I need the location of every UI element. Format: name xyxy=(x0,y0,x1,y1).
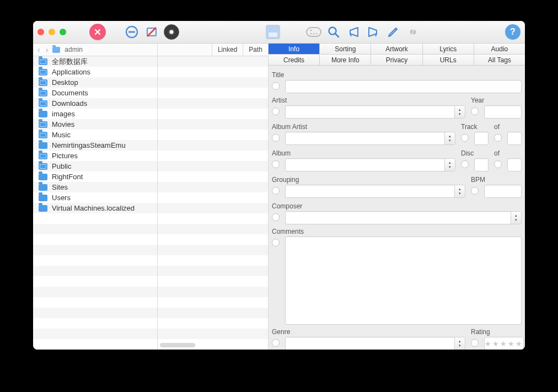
title-input[interactable] xyxy=(285,80,522,93)
tab-all-tags[interactable]: All Tags xyxy=(474,55,525,65)
list-item[interactable]: Virtual Machines.localized xyxy=(33,203,157,213)
status-dot[interactable] xyxy=(471,108,479,115)
list-item[interactable]: Music xyxy=(33,130,157,140)
nav-forward-button[interactable]: › xyxy=(45,45,50,54)
status-dot[interactable] xyxy=(494,160,502,168)
zoom-window-button[interactable] xyxy=(60,29,66,35)
status-dot[interactable] xyxy=(272,160,280,168)
list-item[interactable]: Desktop xyxy=(33,77,157,88)
list-item[interactable] xyxy=(33,266,157,276)
status-dot[interactable] xyxy=(494,134,502,142)
tab-privacy[interactable]: Privacy xyxy=(371,55,422,65)
list-item[interactable] xyxy=(33,224,157,234)
composer-combo[interactable]: ▴▾ xyxy=(285,211,522,224)
status-dot[interactable] xyxy=(461,134,469,142)
chevron-updown-icon[interactable]: ▴▾ xyxy=(454,337,465,350)
tab-info[interactable]: Info xyxy=(269,44,320,54)
status-dot[interactable] xyxy=(471,339,479,347)
folder-icon xyxy=(39,174,47,180)
artist-combo[interactable]: ▴▾ xyxy=(285,105,465,119)
list-item[interactable] xyxy=(33,234,157,245)
token-icon[interactable] xyxy=(305,24,322,40)
list-item[interactable] xyxy=(33,276,157,287)
disc-icon[interactable] xyxy=(163,24,180,40)
album-combo[interactable]: ▴▾ xyxy=(285,158,455,171)
help-icon[interactable]: ? xyxy=(505,24,521,40)
minimize-window-button[interactable] xyxy=(49,29,55,35)
genre-combo[interactable]: ▴▾ xyxy=(285,337,465,350)
nav-back-button[interactable]: ‹ xyxy=(36,45,41,54)
inspector-panel: InfoSortingArtworkLyricsAudio CreditsMor… xyxy=(269,44,525,350)
bpm-input[interactable] xyxy=(484,185,522,198)
list-item[interactable] xyxy=(33,308,157,318)
file-list-body[interactable] xyxy=(158,56,268,350)
folder-label: Public xyxy=(52,162,71,170)
tab-artwork[interactable]: Artwork xyxy=(371,44,422,54)
status-dot[interactable] xyxy=(461,160,469,168)
horizontal-scrollbar[interactable] xyxy=(160,343,195,347)
status-dot[interactable] xyxy=(272,213,280,221)
status-dot[interactable] xyxy=(272,339,280,347)
tab-sorting[interactable]: Sorting xyxy=(320,44,371,54)
chevron-updown-icon[interactable]: ▴▾ xyxy=(454,106,465,118)
year-input[interactable] xyxy=(484,105,522,119)
list-item[interactable]: Downloads xyxy=(33,98,157,109)
tab-audio[interactable]: Audio xyxy=(474,44,525,54)
list-item[interactable]: Users xyxy=(33,192,157,203)
search-icon[interactable] xyxy=(325,24,342,40)
list-item[interactable]: Sites xyxy=(33,182,157,192)
album-artist-combo[interactable]: ▴▾ xyxy=(285,132,455,145)
list-item[interactable] xyxy=(33,318,157,329)
eject-icon[interactable] xyxy=(124,24,140,40)
list-item[interactable] xyxy=(33,287,157,297)
status-dot[interactable] xyxy=(272,134,280,142)
no-disc-icon[interactable] xyxy=(143,24,160,40)
list-item[interactable]: Documents xyxy=(33,88,157,98)
list-item[interactable]: Pictures xyxy=(33,151,157,161)
disc-of-input[interactable] xyxy=(507,158,522,171)
list-item[interactable]: RightFont xyxy=(33,171,157,182)
close-window-button[interactable] xyxy=(37,29,44,35)
list-item[interactable] xyxy=(33,213,157,224)
list-item[interactable]: images xyxy=(33,109,157,119)
status-dot[interactable] xyxy=(272,239,280,246)
chevron-updown-icon[interactable]: ▴▾ xyxy=(454,185,465,197)
comments-textarea[interactable] xyxy=(285,237,522,325)
status-dot[interactable] xyxy=(272,108,280,115)
grouping-combo[interactable]: ▴▾ xyxy=(285,185,465,198)
announce-left-icon[interactable] xyxy=(345,24,362,40)
chevron-updown-icon[interactable]: ▴▾ xyxy=(444,159,455,171)
list-item[interactable]: Public xyxy=(33,161,157,171)
track-of-input[interactable] xyxy=(507,132,522,145)
list-item[interactable]: Applications xyxy=(33,67,157,77)
list-item[interactable]: NemirtingasSteamEmu xyxy=(33,140,157,151)
list-item[interactable]: Movies xyxy=(33,119,157,130)
list-item[interactable] xyxy=(33,255,157,266)
status-dot[interactable] xyxy=(272,82,280,90)
tab-lyrics[interactable]: Lyrics xyxy=(423,44,474,54)
folder-list[interactable]: 全部数据库ApplicationsDesktopDocumentsDownloa… xyxy=(33,56,157,350)
tab-urls[interactable]: URLs xyxy=(423,55,474,65)
chevron-updown-icon[interactable]: ▴▾ xyxy=(444,132,455,144)
status-dot[interactable] xyxy=(272,187,280,195)
tab-more-info[interactable]: More Info xyxy=(320,55,371,65)
announce-right-icon[interactable] xyxy=(365,24,382,40)
list-item[interactable] xyxy=(33,245,157,255)
link-icon[interactable] xyxy=(405,24,421,40)
edit-icon[interactable] xyxy=(385,24,401,40)
rating-stars[interactable]: ★★★★★ xyxy=(484,337,524,350)
chevron-updown-icon[interactable]: ▴▾ xyxy=(511,212,521,224)
list-item[interactable]: 全部数据库 xyxy=(33,56,157,67)
save-icon[interactable] xyxy=(264,23,282,41)
status-dot[interactable] xyxy=(471,187,479,195)
disc-input[interactable] xyxy=(474,158,489,171)
cancel-icon[interactable] xyxy=(89,24,106,40)
list-item[interactable] xyxy=(33,297,157,308)
tab-credits[interactable]: Credits xyxy=(269,55,320,65)
list-item[interactable] xyxy=(33,329,157,339)
svg-line-3 xyxy=(147,28,156,36)
app-window: ? ‹ › admin 全部数据库ApplicationsDesktopDocu… xyxy=(33,21,525,350)
column-linked[interactable]: Linked xyxy=(212,44,243,56)
column-path[interactable]: Path xyxy=(243,44,268,56)
track-input[interactable] xyxy=(474,132,489,145)
